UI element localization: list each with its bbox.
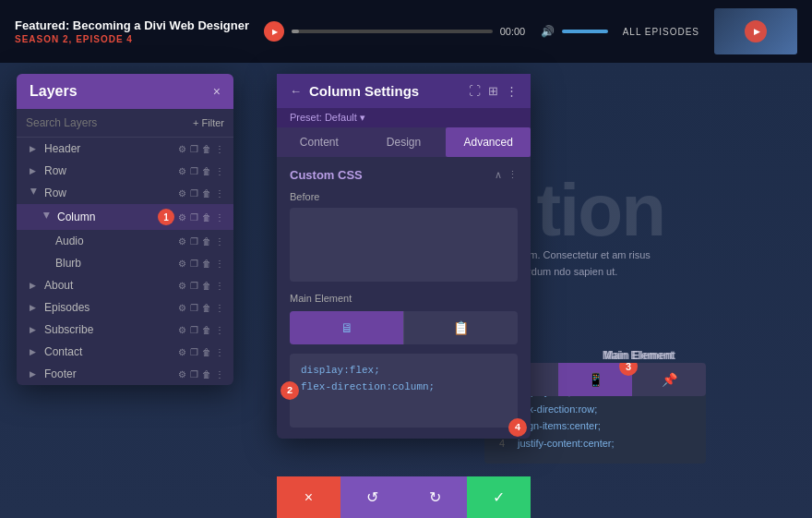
duplicate-icon[interactable]: ❐ [190, 236, 198, 247]
layer-item-blurb[interactable]: Blurb ⚙ ❐ 🗑 ⋮ [17, 252, 233, 274]
settings-icon[interactable]: ⚙ [178, 166, 186, 176]
more-icon[interactable]: ⋮ [215, 166, 224, 176]
settings-icon[interactable]: ⚙ [178, 369, 186, 379]
me-tablet-icon[interactable]: 📋 [403, 311, 518, 344]
layer-item-audio[interactable]: Audio ⚙ ❐ 🗑 ⋮ [17, 230, 233, 252]
layer-item-contact[interactable]: ▶ Contact ⚙ ❐ 🗑 ⋮ [17, 341, 233, 363]
delete-icon[interactable]: 🗑 [202, 236, 211, 247]
right-me-icon-tablet[interactable]: 📱 3 [558, 363, 632, 396]
arrow-icon: ▶ [30, 303, 39, 312]
confirm-button[interactable]: ✓ [467, 476, 531, 518]
delete-icon[interactable]: 🗑 [202, 212, 211, 223]
settings-preset: Preset: Default ▾ [277, 108, 531, 127]
layers-close-button[interactable]: × [213, 84, 221, 99]
duplicate-icon[interactable]: ❐ [190, 303, 198, 313]
layer-item-row-1[interactable]: ▶ Row ⚙ ❐ 🗑 ⋮ [17, 160, 233, 182]
layers-search-input[interactable] [26, 116, 185, 129]
redo-button[interactable]: ↻ [404, 476, 468, 518]
more-icon[interactable]: ⋮ [215, 212, 224, 223]
filter-label: Filter [202, 117, 224, 128]
settings-icon[interactable]: ⚙ [178, 325, 186, 335]
thumbnail-play-icon[interactable] [745, 20, 767, 42]
duplicate-icon[interactable]: ❐ [190, 144, 198, 154]
layer-item-footer[interactable]: ▶ Footer ⚙ ❐ 🗑 ⋮ [17, 363, 233, 385]
more-icon[interactable]: ⋮ [215, 303, 224, 313]
delete-icon[interactable]: 🗑 [202, 369, 211, 379]
settings-icon[interactable]: ⚙ [178, 281, 186, 291]
video-thumbnail[interactable] [714, 8, 797, 54]
more-icon[interactable]: ⋮ [215, 281, 224, 291]
delete-icon[interactable]: 🗑 [202, 325, 211, 335]
layer-item-subscribe[interactable]: ▶ Subscribe ⚙ ❐ 🗑 ⋮ [17, 319, 233, 341]
delete-icon[interactable]: 🗑 [202, 144, 211, 154]
layer-item-row-2[interactable]: ▶ Row ⚙ ❐ 🗑 ⋮ [17, 182, 233, 204]
settings-icon[interactable]: ⚙ [178, 259, 186, 269]
layer-action-icons: ⚙ ❐ 🗑 ⋮ [178, 369, 224, 379]
cancel-button[interactable]: × [277, 476, 340, 518]
play-button[interactable] [264, 21, 284, 42]
settings-icon[interactable]: ⚙ [178, 236, 186, 247]
css-before-input[interactable] [290, 208, 518, 282]
layer-item-about[interactable]: ▶ About ⚙ ❐ 🗑 ⋮ [17, 274, 233, 296]
delete-icon[interactable]: 🗑 [202, 166, 211, 176]
layer-name: Contact [44, 345, 178, 358]
duplicate-icon[interactable]: ❐ [190, 369, 198, 379]
tab-advanced[interactable]: Advanced [446, 127, 531, 157]
duplicate-icon[interactable]: ❐ [190, 325, 198, 335]
arrow-icon: ▶ [30, 369, 39, 379]
bg-line-text-4: justify-content:center; [518, 435, 615, 452]
undo-button[interactable]: ↺ [340, 476, 404, 518]
more-icon[interactable]: ⋮ [215, 188, 224, 199]
progress-bar[interactable] [292, 30, 493, 33]
settings-icon[interactable]: ⚙ [178, 303, 186, 313]
layer-name: Audio [55, 235, 178, 247]
delete-icon[interactable]: 🗑 [202, 303, 211, 313]
delete-icon[interactable]: 🗑 [202, 347, 211, 357]
duplicate-icon[interactable]: ❐ [190, 166, 198, 176]
tab-design[interactable]: Design [362, 127, 447, 157]
top-bar: Featured: Becoming a Divi Web Designer S… [0, 0, 812, 63]
settings-icon[interactable]: ⚙ [178, 347, 186, 357]
time-label: 00:00 [500, 26, 533, 37]
layer-item-header[interactable]: ▶ Header ⚙ ❐ 🗑 ⋮ [17, 138, 233, 160]
layer-item-episodes[interactable]: ▶ Episodes ⚙ ❐ 🗑 ⋮ [17, 296, 233, 319]
settings-icon[interactable]: ⚙ [178, 188, 186, 199]
more-icon[interactable]: ⋮ [215, 259, 224, 269]
more-icon[interactable]: ⋮ [506, 84, 518, 98]
duplicate-icon[interactable]: ❐ [190, 188, 198, 199]
duplicate-icon[interactable]: ❐ [190, 212, 198, 223]
more-icon[interactable]: ⋮ [215, 236, 224, 247]
more-icon[interactable]: ⋮ [215, 144, 224, 154]
arrow-icon: ▶ [42, 212, 52, 222]
duplicate-icon[interactable]: ❐ [190, 259, 198, 269]
arrow-icon: ▶ [30, 188, 39, 198]
back-button[interactable]: ← [290, 84, 302, 98]
tab-content[interactable]: Content [277, 127, 362, 157]
collapse-icon[interactable]: ∧ [495, 169, 502, 181]
more-icon[interactable]: ⋮ [215, 325, 224, 335]
right-me-icon-pin[interactable]: 📌 [632, 363, 706, 396]
preset-label: Preset: Default [290, 112, 357, 123]
all-episodes-button[interactable]: ALL EPISODES [623, 27, 699, 37]
duplicate-icon[interactable]: ❐ [190, 347, 198, 357]
delete-icon[interactable]: 🗑 [202, 188, 211, 199]
settings-icon[interactable]: ⚙ [178, 144, 186, 154]
delete-icon[interactable]: 🗑 [202, 259, 211, 269]
duplicate-icon[interactable]: ❐ [190, 281, 198, 291]
layer-name: Row [44, 164, 178, 177]
fullscreen-icon[interactable]: ⛶ [469, 84, 481, 98]
options-icon[interactable]: ⋮ [508, 169, 518, 181]
layer-name: About [44, 279, 178, 292]
me-monitor-icon[interactable]: 🖥 [290, 311, 403, 344]
columns-icon[interactable]: ⊞ [488, 84, 498, 98]
layer-item-column[interactable]: ▶ Column 1 ⚙ ❐ 🗑 ⋮ [17, 204, 233, 230]
volume-icon[interactable]: 🔊 [541, 25, 555, 38]
settings-icon[interactable]: ⚙ [178, 212, 186, 223]
delete-icon[interactable]: 🗑 [202, 281, 211, 291]
css-code-area[interactable]: 2 display:flex; flex-direction:column; 4 [290, 354, 518, 428]
more-icon[interactable]: ⋮ [215, 369, 224, 379]
layers-filter-button[interactable]: + Filter [193, 117, 224, 128]
layer-action-icons: ⚙ ❐ 🗑 ⋮ [178, 281, 224, 291]
more-icon[interactable]: ⋮ [215, 347, 224, 357]
volume-bar[interactable] [562, 30, 608, 33]
